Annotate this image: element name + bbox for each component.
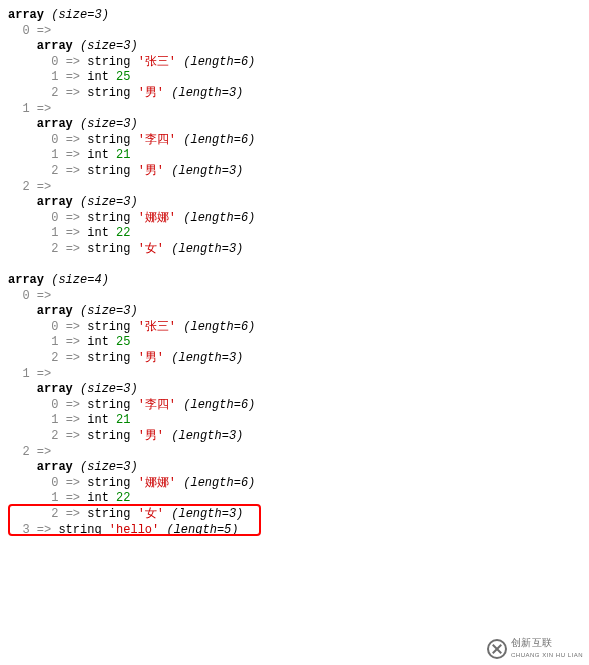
watermark-logo-icon bbox=[487, 639, 507, 659]
watermark: 创新互联 CHUANG XIN HU LIAN bbox=[487, 638, 583, 659]
var-dump-output: array (size=3) 0 => array (size=3) 0 => … bbox=[0, 0, 589, 546]
watermark-text: 创新互联 CHUANG XIN HU LIAN bbox=[511, 638, 583, 659]
